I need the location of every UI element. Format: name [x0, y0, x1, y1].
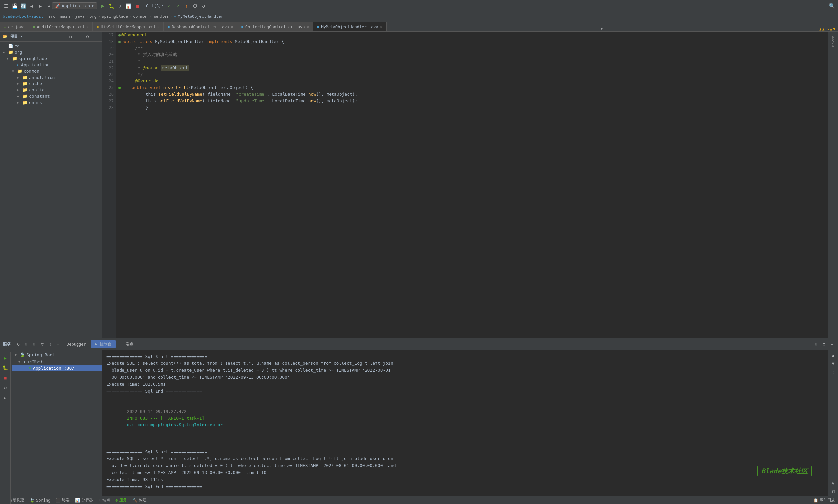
bottom-scroll-icon[interactable]: ↕	[47, 341, 53, 348]
application-running-item[interactable]: ⊙ Application :80/	[12, 365, 102, 372]
git-tick-icon[interactable]: ✓	[175, 3, 181, 9]
application-label: Application	[21, 62, 50, 67]
breadcrumb-common[interactable]: common	[133, 14, 147, 19]
tree-item-springblade[interactable]: ▼ 📁 springblade	[0, 55, 102, 62]
br-down-icon[interactable]: ▼	[830, 360, 837, 367]
tree-item-md[interactable]: 📄 md	[0, 43, 102, 49]
debugger-tab[interactable]: Debugger	[63, 341, 90, 348]
tab-close-audit[interactable]: ✕	[86, 25, 88, 29]
status-service[interactable]: ⊙ 服务	[116, 498, 127, 503]
tree-item-config[interactable]: ▶ 📁 config	[0, 87, 102, 93]
search-icon[interactable]: 🔍	[829, 3, 835, 9]
tree-item-org[interactable]: ▶ 📁 org	[0, 49, 102, 55]
menu-icon[interactable]: ☰	[3, 3, 9, 9]
event-log-icon: 📋	[813, 498, 818, 503]
tab-hissettl[interactable]: HisSettlOrderMapper.xml ✕	[93, 22, 164, 31]
undo-icon[interactable]: ↩	[46, 3, 52, 9]
warning-up-icon[interactable]: ▲	[830, 27, 832, 31]
status-spring[interactable]: 🍃 Spring	[30, 498, 50, 503]
bottom-filter-icon[interactable]: ▽	[39, 341, 46, 348]
breadcrumb-handler[interactable]: handler	[153, 14, 169, 19]
tree-item-cache[interactable]: ▶ 📁 cache	[0, 80, 102, 87]
warning-down-icon[interactable]: ▼	[833, 27, 835, 31]
breadcrumb-java[interactable]: java	[75, 14, 85, 19]
endpoints-tab[interactable]: ⚡ 端点	[117, 340, 137, 348]
tab-close-mymetaobject[interactable]: ✕	[380, 25, 382, 29]
br-print-icon[interactable]: 🖨	[830, 480, 837, 486]
git-check-icon[interactable]: ✓	[166, 3, 173, 9]
enums-icon: 📁	[22, 100, 28, 105]
breadcrumb-class-icon: ⊙	[174, 14, 176, 19]
spring-boot-item[interactable]: ▼ 🍃 Spring Boot	[12, 352, 102, 358]
action-refresh2-icon[interactable]: ↻	[1, 393, 10, 402]
git-timer-icon[interactable]: ⏱	[192, 3, 199, 9]
bottom-expand-icon[interactable]: ⊞	[31, 341, 38, 348]
coverage-button[interactable]: ⚡	[117, 3, 123, 9]
status-terminal[interactable]: ⬛ 终端	[55, 498, 70, 503]
br-scroll-icon[interactable]: ↕	[830, 369, 837, 375]
tab-ce-java[interactable]: ☕ ce.java	[0, 22, 29, 31]
bottom-add-icon[interactable]: +	[55, 341, 62, 348]
app-dropdown[interactable]: 🚀 Application ▾	[52, 2, 97, 9]
status-event-log[interactable]: 📋 事件日志	[813, 498, 835, 503]
sidebar-layout-icon[interactable]: ⊞	[75, 33, 82, 40]
maven-tab[interactable]: Maven	[830, 33, 837, 49]
breadcrumb-springblade[interactable]: springblade	[102, 14, 128, 19]
tab-close-collectlog[interactable]: ✕	[307, 25, 309, 29]
status-build[interactable]: 🔨 构建	[132, 498, 147, 503]
sync-icon[interactable]: 🔄	[20, 3, 27, 9]
console-tab[interactable]: ▶ 控制台	[91, 340, 116, 348]
tab-collectlog[interactable]: CollectLogController.java ✕	[237, 22, 313, 31]
back-icon[interactable]: ◀	[29, 3, 35, 9]
running-item[interactable]: ▼ ▶ 正在运行	[12, 358, 102, 365]
ln-26: 26	[104, 91, 114, 97]
br-up-icon[interactable]: ▲	[830, 352, 837, 358]
sidebar-hide-icon[interactable]: —	[93, 33, 99, 40]
bottom-grid-icon[interactable]: ⊞	[813, 341, 820, 348]
status-endpoints[interactable]: ⚡ 端点	[98, 498, 110, 503]
tree-item-common[interactable]: ▼ 📁 common	[0, 68, 102, 74]
bottom-hide-icon[interactable]: —	[829, 341, 835, 348]
status-analyzer[interactable]: 📊 分析器	[75, 498, 93, 503]
breadcrumb-project[interactable]: bladex-boot-audit	[3, 14, 43, 19]
tree-item-annotation[interactable]: ▶ 📁 annotation	[0, 74, 102, 80]
save-icon[interactable]: 💾	[11, 3, 18, 9]
br-indent-icon[interactable]: ⊟	[830, 377, 837, 384]
breadcrumb-main[interactable]: main	[61, 14, 70, 19]
tab-close-hissettl[interactable]: ✕	[157, 25, 159, 29]
toolbar-left-icons: ☰ 💾 🔄 ◀ ▶ ↩	[3, 3, 52, 9]
console-tab-icon: ▶	[95, 342, 98, 346]
action-debug-icon[interactable]: 🐛	[1, 363, 10, 372]
tab-mymetaobject[interactable]: MyMetaObjectHandler.java ✕	[313, 22, 386, 31]
tabs-overflow-btn[interactable]: ▾	[598, 26, 605, 31]
sidebar-settings-icon[interactable]: ⚙	[84, 33, 91, 40]
tab-close-dashboard[interactable]: ✕	[231, 25, 233, 29]
code-line-27: this.setFieldValByName( fieldName: "upda…	[118, 97, 825, 104]
git-push-icon[interactable]: ↑	[183, 3, 190, 9]
bottom-settings-icon[interactable]: ⚙	[821, 341, 827, 348]
breadcrumb-org[interactable]: org	[89, 14, 97, 19]
tab-auditcheck[interactable]: AuditCheckMapper.xml ✕	[29, 22, 93, 31]
code-line-25: ● public void insertFill(MetaObject meta…	[118, 85, 825, 91]
debug-button[interactable]: 🐛	[108, 3, 115, 9]
stop-button[interactable]: ■	[134, 3, 141, 9]
br-trash-icon[interactable]: 🗑	[830, 488, 837, 495]
cache-icon: 📁	[22, 81, 28, 86]
breadcrumb-class[interactable]: MyMetaObjectHandler	[178, 14, 223, 19]
action-run-icon[interactable]: ▶	[1, 353, 10, 362]
action-settings2-icon[interactable]: ⚙	[1, 383, 10, 392]
git-refresh-icon[interactable]: ↺	[201, 3, 207, 9]
profile-button[interactable]: 📊	[125, 3, 132, 9]
forward-icon[interactable]: ▶	[37, 3, 44, 9]
sidebar-collapse-all[interactable]: ⊟	[67, 33, 74, 40]
bottom-collapse-icon[interactable]: ⊟	[23, 341, 30, 348]
tree-item-enums[interactable]: ▶ 📁 enums	[0, 99, 102, 106]
action-stop-icon[interactable]: ■	[1, 373, 10, 382]
bottom-refresh-icon[interactable]: ↻	[15, 341, 22, 348]
tree-item-application[interactable]: ⊙ Application	[0, 62, 102, 68]
breadcrumb-src[interactable]: src	[48, 14, 55, 19]
console-line-6: ============== Sql End ==============	[106, 388, 824, 395]
tab-dashboard[interactable]: DashboardController.java ✕	[164, 22, 237, 31]
run-button[interactable]: ▶	[100, 3, 106, 9]
tree-item-constant[interactable]: ▶ 📁 constant	[0, 93, 102, 99]
